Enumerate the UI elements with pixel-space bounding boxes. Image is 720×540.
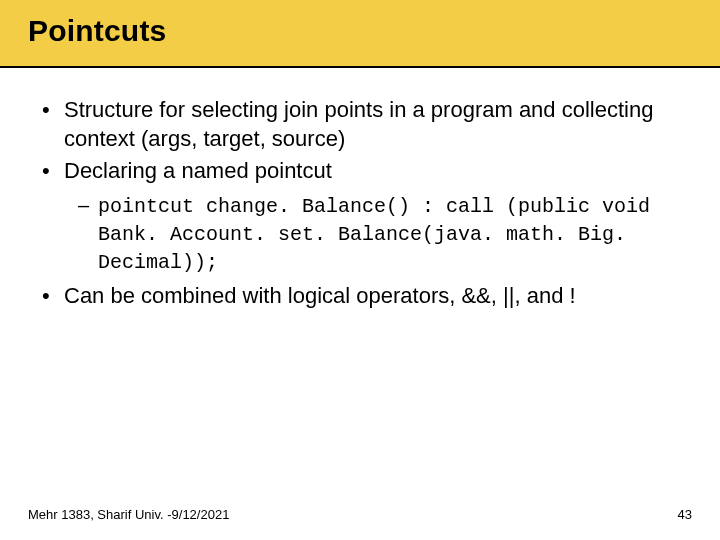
footer-left: Mehr 1383, Sharif Univ. -9/12/2021 <box>28 507 229 522</box>
title-band: Pointcuts <box>0 0 720 68</box>
slide-title: Pointcuts <box>28 14 720 48</box>
sub-bullet-item: pointcut change. Balance() : call (publi… <box>76 192 684 276</box>
bullet-item: Can be combined with logical operators, … <box>40 282 684 311</box>
bullet-item: Declaring a named pointcut pointcut chan… <box>40 157 684 276</box>
slide: Pointcuts Structure for selecting join p… <box>0 0 720 540</box>
code-snippet: pointcut change. Balance() : call (publi… <box>98 195 650 274</box>
page-number: 43 <box>678 507 692 522</box>
sub-bullet-list: pointcut change. Balance() : call (publi… <box>76 192 684 276</box>
bullet-list: Structure for selecting join points in a… <box>40 96 684 310</box>
bullet-item: Structure for selecting join points in a… <box>40 96 684 153</box>
footer: Mehr 1383, Sharif Univ. -9/12/2021 43 <box>28 507 692 522</box>
bullet-text: Declaring a named pointcut <box>64 158 332 183</box>
slide-content: Structure for selecting join points in a… <box>0 68 720 310</box>
